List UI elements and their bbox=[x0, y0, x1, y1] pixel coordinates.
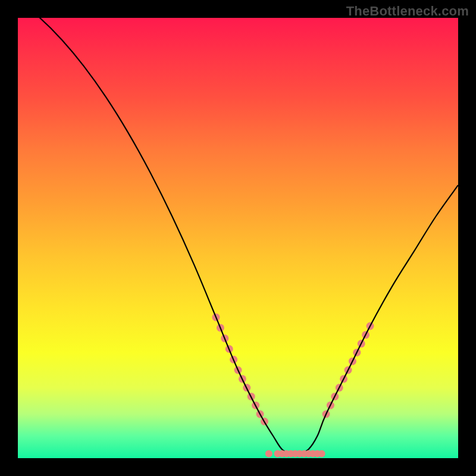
baseline-bead bbox=[318, 450, 325, 458]
curve-svg bbox=[18, 18, 458, 458]
highlight-left-group bbox=[212, 314, 268, 425]
plot-area bbox=[18, 18, 458, 458]
chart-frame: TheBottleneck.com bbox=[0, 0, 476, 476]
bottom-dots-group bbox=[265, 450, 325, 458]
bottleneck-curve bbox=[18, 18, 458, 455]
baseline-bead bbox=[265, 450, 273, 458]
watermark-text: TheBottleneck.com bbox=[346, 4, 469, 19]
